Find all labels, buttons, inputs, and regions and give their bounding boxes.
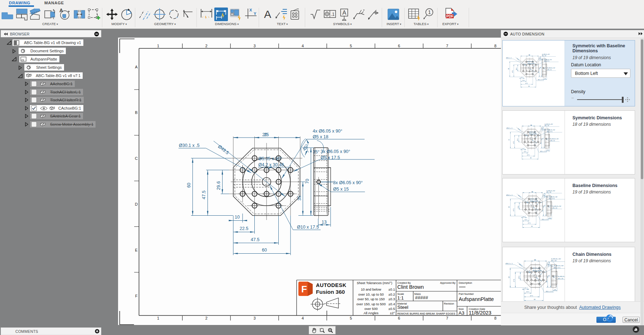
svg-text:.1: .1 <box>331 12 335 17</box>
svg-text:7: 7 <box>446 316 448 320</box>
svg-text:PDF: PDF <box>447 14 454 18</box>
svg-text:8: 8 <box>494 44 496 48</box>
svg-text:C: C <box>135 156 138 161</box>
svg-text:over 150, up to 500: over 150, up to 500 <box>356 302 386 306</box>
svg-text:Y: Y <box>254 11 257 16</box>
svg-text:#####: ##### <box>415 295 428 300</box>
svg-text:11/8/2023: 11/8/2023 <box>469 310 491 316</box>
svg-text:over 10, up to 50: over 10, up to 50 <box>358 292 384 296</box>
svg-text:6: 6 <box>398 316 400 320</box>
svg-text:Description: Description <box>459 281 472 284</box>
svg-text:X: X <box>249 8 252 12</box>
svg-text:A: A <box>342 10 346 16</box>
svg-text:5: 5 <box>350 44 352 48</box>
svg-text:Approved By: Approved By <box>440 281 455 284</box>
svg-text:1: 1 <box>157 44 159 48</box>
svg-text:±0.2: ±0.2 <box>389 292 395 296</box>
svg-text:2: 2 <box>205 316 208 320</box>
svg-text:3: 3 <box>253 316 255 320</box>
svg-text:over 500: over 500 <box>365 307 378 311</box>
svg-text:3: 3 <box>253 44 255 48</box>
svg-text:1: 1 <box>428 9 431 15</box>
svg-text:Revision: Revision <box>444 302 454 305</box>
svg-text:over 50, up to 150: over 50, up to 150 <box>357 297 385 301</box>
svg-text:1: 1 <box>157 316 159 320</box>
svg-text:Part Number: Part Number <box>459 292 474 296</box>
svg-text:D: D <box>135 202 138 206</box>
svg-text:8: 8 <box>494 316 496 320</box>
svg-text:Clint Brown: Clint Brown <box>397 284 424 290</box>
svg-text:E: E <box>135 248 137 252</box>
svg-text:A: A <box>135 65 138 69</box>
svg-text:5: 5 <box>350 316 352 320</box>
svg-text:AufspannPlatte: AufspannPlatte <box>459 296 494 302</box>
svg-text:2: 2 <box>205 44 208 48</box>
svg-text:±0.5: ±0.5 <box>389 307 395 311</box>
svg-text:±2°: ±2° <box>390 311 395 315</box>
svg-text:7: 7 <box>446 44 448 48</box>
svg-text:±0.1: ±0.1 <box>389 287 395 291</box>
svg-text:F: F <box>301 284 307 295</box>
svg-text:F: F <box>135 294 138 298</box>
svg-text:±0.4: ±0.4 <box>389 302 395 306</box>
svg-text:A3: A3 <box>459 310 465 316</box>
svg-text:4: 4 <box>302 44 304 48</box>
svg-text:1:1: 1:1 <box>397 295 404 301</box>
svg-text:4: 4 <box>302 316 304 320</box>
svg-text:B: B <box>135 110 137 115</box>
svg-text:AUTODESK: AUTODESK <box>316 282 346 288</box>
svg-text:±0.3: ±0.3 <box>389 297 395 301</box>
svg-text:All Angles: All Angles <box>364 311 379 315</box>
svg-text:REMOVE BURRS AND BREAK SHARP E: REMOVE BURRS AND BREAK SHARP EDGES <box>397 312 455 315</box>
svg-text:A: A <box>264 9 271 19</box>
svg-text:Fusion 360: Fusion 360 <box>316 289 345 295</box>
svg-text:Sheet Tolerances (mm/°): Sheet Tolerances (mm/°) <box>357 281 392 285</box>
svg-text:6: 6 <box>398 44 400 48</box>
svg-text:10 and below: 10 and below <box>361 287 381 291</box>
svg-text:Steel: Steel <box>397 305 409 310</box>
